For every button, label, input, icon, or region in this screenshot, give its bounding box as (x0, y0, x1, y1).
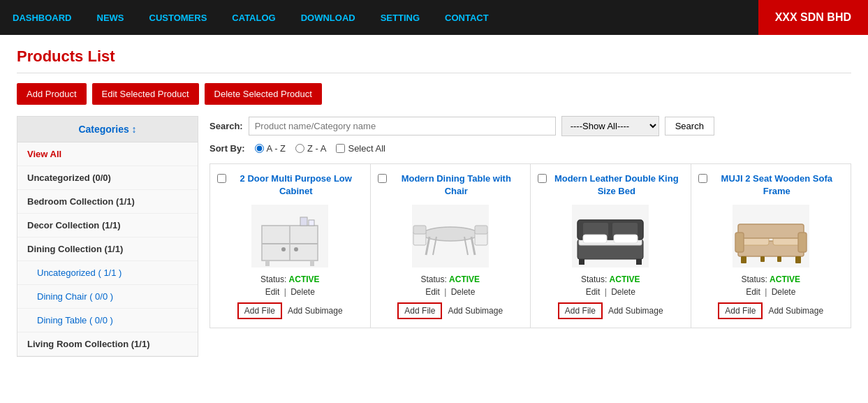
nav-customers[interactable]: CUSTOMERS (137, 1, 220, 34)
select-all-label: Select All (348, 143, 385, 154)
search-bar: Search: ----Show All---- Active Inactive… (209, 116, 851, 136)
product-card-1: 2 Door Multi Purpose Low Cabinet (210, 164, 371, 328)
categories-label: Categories ↕ (78, 124, 136, 135)
navbar-links: DASHBOARD NEWS CUSTOMERS CATALOG DOWNLOA… (0, 1, 501, 34)
sep-3: | (605, 287, 607, 297)
svg-rect-25 (614, 235, 638, 243)
add-subimage-4[interactable]: Add Subimage (768, 306, 823, 316)
product-status-2: Status: ACTIVE (420, 274, 480, 284)
show-all-select[interactable]: ----Show All---- Active Inactive (561, 116, 659, 136)
sort-az-radio[interactable] (255, 144, 264, 153)
sort-selectall[interactable]: Select All (336, 143, 385, 154)
svg-rect-26 (579, 259, 584, 265)
search-button[interactable]: Search (665, 117, 714, 135)
page-content: Products List Add Product Edit Selected … (0, 35, 868, 369)
add-file-button-1[interactable]: Add File (237, 302, 282, 319)
svg-rect-36 (760, 256, 765, 262)
svg-rect-37 (777, 256, 781, 262)
status-active-2: ACTIVE (449, 274, 480, 284)
sort-az-label: A - Z (267, 143, 286, 154)
product-checkbox-1[interactable] (217, 174, 226, 183)
sidebar-item-dining-chair[interactable]: Dining Chair ( 0/0 ) (17, 285, 198, 309)
add-file-button-4[interactable]: Add File (718, 302, 763, 319)
products-area: Search: ----Show All---- Active Inactive… (198, 116, 851, 357)
add-file-button-3[interactable]: Add File (558, 302, 603, 319)
sidebar-item-uncategorized[interactable]: Uncategorized (0/0) (17, 166, 198, 190)
product-grid: 2 Door Multi Purpose Low Cabinet (209, 163, 851, 328)
nav-download[interactable]: DOWNLOAD (288, 1, 368, 34)
search-input[interactable] (249, 117, 556, 135)
select-all-checkbox[interactable] (336, 144, 345, 153)
product-file-row-4: Add File Add Subimage (718, 302, 823, 319)
product-header-4: MUJI 2 Seat Wooden Sofa Frame (698, 173, 844, 198)
svg-rect-16 (413, 226, 426, 234)
product-file-row-2: Add File Add Subimage (397, 302, 503, 319)
sidebar: Categories ↕ View All Uncategorized (0/0… (17, 116, 198, 357)
product-status-3: Status: ACTIVE (581, 274, 640, 284)
edit-selected-button[interactable]: Edit Selected Product (92, 83, 199, 105)
action-buttons: Add Product Edit Selected Product Delete… (17, 83, 851, 105)
search-label: Search: (209, 121, 243, 131)
sidebar-item-dining[interactable]: Dining Collection (1/1) (17, 237, 198, 261)
svg-rect-35 (795, 256, 801, 263)
edit-link-3[interactable]: Edit (586, 287, 601, 297)
product-actions-4: Edit | Delete (746, 287, 795, 297)
product-status-1: Status: ACTIVE (260, 274, 320, 284)
nav-catalog[interactable]: CATALOG (219, 1, 288, 34)
add-product-button[interactable]: Add Product (17, 83, 87, 105)
add-subimage-1[interactable]: Add Subimage (288, 306, 343, 316)
sep-4: | (765, 287, 767, 297)
sort-label: Sort By: (209, 143, 245, 154)
product-checkbox-2[interactable] (378, 174, 387, 183)
product-image-2 (412, 205, 489, 268)
svg-point-5 (281, 247, 286, 251)
delete-selected-button[interactable]: Delete Selected Product (205, 83, 322, 105)
nav-news[interactable]: NEWS (84, 1, 137, 34)
delete-link-3[interactable]: Delete (611, 287, 635, 297)
product-actions-1: Edit | Delete (265, 287, 315, 297)
nav-contact[interactable]: CONTACT (432, 1, 501, 34)
product-actions-3: Edit | Delete (586, 287, 635, 297)
add-subimage-2[interactable]: Add Subimage (448, 306, 503, 316)
product-header-2: Modern Dining Table with Chair (378, 173, 524, 198)
sidebar-item-bedroom[interactable]: Bedroom Collection (1/1) (17, 190, 198, 214)
product-header-1: 2 Door Multi Purpose Low Cabinet (217, 173, 363, 198)
product-title-3: Modern Leather Double King Size Bed (550, 173, 684, 198)
svg-rect-27 (636, 259, 642, 265)
product-title-4: MUJI 2 Seat Wooden Sofa Frame (710, 173, 844, 198)
delete-link-4[interactable]: Delete (772, 287, 796, 297)
delete-link-2[interactable]: Delete (451, 287, 476, 297)
edit-link-1[interactable]: Edit (265, 287, 280, 297)
product-checkbox-3[interactable] (538, 174, 547, 183)
sort-bar: Sort By: A - Z Z - A Select All (209, 143, 851, 154)
svg-rect-24 (583, 235, 607, 243)
sidebar-item-livingroom[interactable]: Living Room Collection (1/1) (17, 332, 198, 356)
svg-rect-33 (798, 233, 807, 252)
navbar: DASHBOARD NEWS CUSTOMERS CATALOG DOWNLOA… (0, 0, 868, 35)
sidebar-item-viewall[interactable]: View All (17, 142, 198, 166)
delete-link-1[interactable]: Delete (290, 287, 315, 297)
add-subimage-3[interactable]: Add Subimage (608, 306, 663, 316)
product-title-2: Modern Dining Table with Chair (390, 173, 524, 198)
svg-line-11 (426, 237, 429, 255)
product-card-3: Modern Leather Double King Size Bed (531, 164, 691, 328)
product-image-4 (733, 205, 809, 268)
status-active-3: ACTIVE (610, 274, 640, 284)
product-checkbox-4[interactable] (698, 174, 707, 183)
sidebar-item-decor[interactable]: Decor Collection (1/1) (17, 214, 198, 237)
sidebar-item-dining-table[interactable]: Dining Table ( 0/0 ) (17, 309, 198, 332)
edit-link-2[interactable]: Edit (425, 287, 440, 297)
sort-az[interactable]: A - Z (255, 143, 286, 154)
sort-za[interactable]: Z - A (295, 143, 326, 154)
product-image-3 (572, 205, 649, 268)
nav-dashboard[interactable]: DASHBOARD (0, 1, 84, 34)
sort-za-radio[interactable] (295, 144, 304, 153)
page-title: Products List (17, 47, 851, 73)
sidebar-item-dining-uncategorized[interactable]: Uncategorized ( 1/1 ) (17, 261, 198, 285)
product-file-row-3: Add File Add Subimage (558, 302, 663, 319)
nav-setting[interactable]: SETTING (368, 1, 432, 34)
product-image-1 (251, 205, 328, 268)
add-file-button-2[interactable]: Add File (397, 302, 442, 319)
edit-link-4[interactable]: Edit (746, 287, 760, 297)
svg-rect-10 (422, 234, 478, 237)
